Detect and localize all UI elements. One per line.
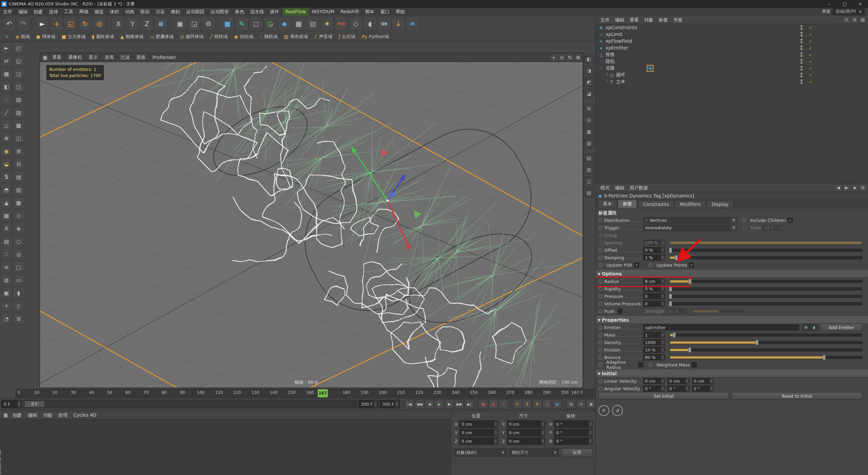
- left-tool-col1-14[interactable]: ▩: [1, 210, 12, 221]
- menu-item-插件[interactable]: 插件: [267, 8, 282, 16]
- slider-knob[interactable]: [673, 332, 676, 338]
- material-panel-icon[interactable]: ▦: [2, 411, 9, 419]
- next-frame-button[interactable]: ▶: [445, 400, 454, 408]
- render-picture-viewer-icon[interactable]: ◲: [188, 17, 201, 31]
- animation-dot[interactable]: [598, 226, 602, 230]
- left-tool-col2-13[interactable]: ▦: [13, 197, 24, 208]
- editor-visibility-dot[interactable]: [801, 39, 803, 41]
- left-tool-col1-12[interactable]: ◓: [1, 184, 12, 195]
- material-menu-编辑[interactable]: 编辑: [25, 411, 40, 419]
- field-angular-velocity-0[interactable]: 0 °▴▾: [643, 385, 665, 392]
- spline-pen-icon[interactable]: ✎: [235, 17, 249, 31]
- pan-view-icon[interactable]: +: [550, 54, 557, 61]
- am-menu-编辑[interactable]: 编辑: [612, 184, 627, 192]
- menu-item-运动图形[interactable]: 运动图形: [208, 8, 232, 16]
- enabled-check-icon[interactable]: ✓: [809, 32, 812, 37]
- checkbox-update-points[interactable]: ✓: [689, 263, 694, 268]
- om-menu-文件[interactable]: 文件: [598, 16, 612, 24]
- visibility-dots[interactable]: [801, 59, 803, 64]
- coord-stepper[interactable]: ▴▾: [589, 438, 592, 444]
- left-tool-col1-11[interactable]: S: [1, 171, 12, 183]
- move-icon[interactable]: +: [50, 17, 63, 31]
- left-tool-col1-21[interactable]: +: [1, 300, 12, 311]
- coord-field-旋转-p[interactable]: 0 °▴▾: [554, 429, 593, 436]
- animation-dot[interactable]: [598, 387, 602, 391]
- rotate-icon[interactable]: ↻: [78, 17, 92, 31]
- field-mass[interactable]: 1▴▾: [643, 332, 665, 338]
- checkbox-weighted-mass[interactable]: [692, 362, 697, 367]
- torus-field-button[interactable]: ◎圆环体域: [177, 33, 207, 40]
- left-tool-col2-10[interactable]: ⊟: [13, 158, 24, 170]
- prev-key-button[interactable]: ◀◀: [415, 400, 424, 408]
- animation-dot[interactable]: [598, 356, 602, 359]
- record-parameter-button[interactable]: ◇: [542, 400, 552, 408]
- material-menu-cycles-4d[interactable]: Cycles 4D: [71, 411, 99, 419]
- checkbox-push[interactable]: [617, 309, 623, 314]
- left-tool-col2-12[interactable]: ▥: [13, 184, 24, 195]
- viewport-menu-摄像机[interactable]: 摄像机: [65, 54, 85, 60]
- slider-radius[interactable]: [670, 280, 862, 283]
- slider-knob[interactable]: [755, 340, 758, 345]
- visibility-dots[interactable]: [801, 32, 803, 37]
- pick-object-icon[interactable]: ◗: [810, 324, 818, 331]
- enabled-check-icon[interactable]: ✓: [809, 52, 812, 57]
- field-volume-pressure-stepper[interactable]: ▴▾: [661, 301, 665, 306]
- left-tool-col2-18[interactable]: □: [13, 261, 24, 273]
- checkbox-include-children[interactable]: ✓: [788, 218, 793, 223]
- group-field-button[interactable]: ◈组域: [13, 33, 33, 40]
- menu-item-体积[interactable]: 体积: [107, 8, 122, 16]
- doc-end-field-stepper[interactable]: ▴▾: [374, 400, 377, 408]
- left-tool-col2-5[interactable]: ▧: [13, 94, 24, 105]
- live-selection-icon[interactable]: ►: [36, 17, 49, 31]
- object-row-xplimit[interactable]: ◇xpLimit✓: [596, 31, 868, 38]
- field-linear-velocity-2-stepper[interactable]: ▴▾: [710, 378, 713, 384]
- power-slider-handle[interactable]: 0 F: [24, 401, 45, 407]
- left-tool-col2-11[interactable]: ▤: [13, 171, 24, 183]
- button-reset-to-initial[interactable]: Reset to Initial: [732, 392, 862, 400]
- slider-spacing[interactable]: [670, 241, 862, 244]
- last-tool-icon[interactable]: ◎: [93, 17, 106, 31]
- minimize-ui-button[interactable]: ▣: [586, 400, 595, 408]
- material-menu-创建[interactable]: 创建: [9, 411, 25, 419]
- layout-dock-icon-10[interactable]: ▥: [584, 165, 594, 175]
- field-linear-velocity-1[interactable]: 0 cm▴▾: [668, 378, 689, 384]
- light-icon[interactable]: ☀: [320, 17, 334, 31]
- layout-dock-icon-1[interactable]: ◧: [584, 54, 594, 64]
- slider-knob[interactable]: [675, 255, 678, 260]
- menu-item-雕刻[interactable]: 雕刻: [168, 8, 183, 16]
- enabled-check-icon[interactable]: ✓: [809, 59, 812, 64]
- viewport-menu-选项[interactable]: 选项: [101, 54, 117, 60]
- animation-dot[interactable]: [742, 218, 746, 222]
- autokey-button[interactable]: ◉: [489, 400, 498, 408]
- left-tool-col2-20[interactable]: ▮: [13, 287, 24, 299]
- slider-density[interactable]: [670, 341, 862, 344]
- left-tool-col1-2[interactable]: ⇄: [1, 55, 12, 66]
- enabled-check-icon[interactable]: ✓: [809, 45, 812, 51]
- current-frame-field[interactable]: 0 F▴▾: [1, 400, 22, 408]
- visibility-dots[interactable]: [801, 25, 803, 30]
- record-rotation-button[interactable]: R: [533, 400, 542, 408]
- left-tool-col1-7[interactable]: △: [1, 119, 12, 131]
- field-linear-velocity-0-stepper[interactable]: ▴▾: [661, 378, 665, 384]
- section-options[interactable]: ▼Options: [596, 270, 868, 278]
- cone-field-button[interactable]: ▲圆锥体域: [117, 33, 147, 40]
- box-field-button[interactable]: ■立方体域: [59, 33, 89, 40]
- add-emitter-button[interactable]: Add Emitter: [821, 324, 862, 331]
- animation-dot[interactable]: [598, 263, 602, 267]
- left-tool-col2-7[interactable]: ▩: [13, 119, 24, 131]
- filter-icon[interactable]: ≣: [851, 16, 858, 23]
- animation-dot[interactable]: [598, 348, 602, 352]
- left-tool-col1-1[interactable]: ►: [1, 42, 12, 54]
- object-row-文本[interactable]: └T文本✓: [596, 78, 868, 85]
- coord-field-尺寸-y[interactable]: 0 cm▴▾: [507, 429, 546, 436]
- layout-select[interactable]: 启动(用户)▼: [832, 8, 865, 15]
- tab-display[interactable]: Display: [707, 200, 734, 208]
- am-menu-模式[interactable]: 模式: [598, 184, 612, 192]
- left-tool-col2-3[interactable]: ◲: [13, 68, 24, 79]
- material-list-area[interactable]: MAXON CINEMA 4D: [0, 419, 451, 475]
- coord-field-旋转-h[interactable]: 0 °▴▾: [554, 420, 593, 428]
- viewport-canvas[interactable]: Number of emitters: 1 Total live particl…: [40, 62, 583, 387]
- left-tool-col1-8[interactable]: ⊕: [1, 132, 12, 144]
- field-mass-stepper[interactable]: ▴▾: [661, 332, 665, 338]
- left-tool-col2-19[interactable]: ▭: [13, 274, 24, 286]
